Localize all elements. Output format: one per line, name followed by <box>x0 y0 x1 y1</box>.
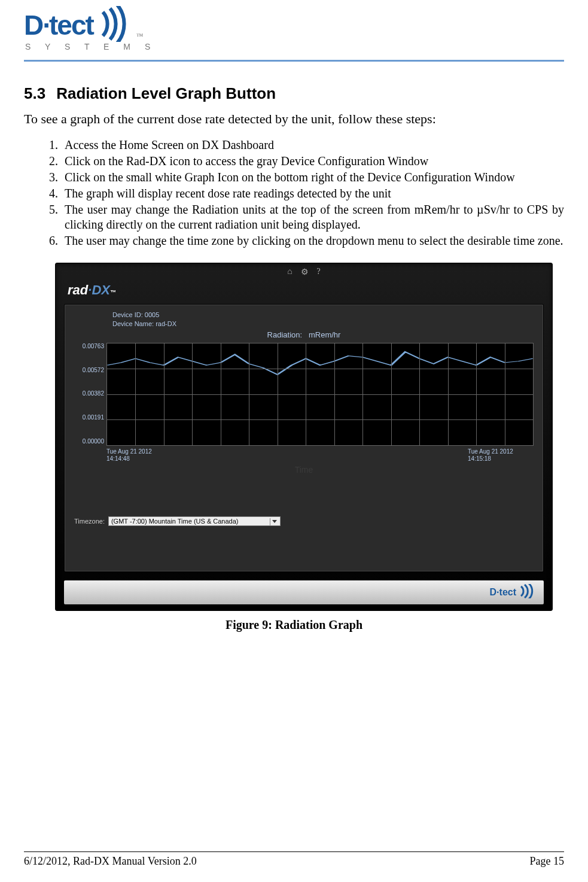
list-item: The user may change the time zone by cli… <box>61 233 564 248</box>
brand-text: D·tect <box>490 587 516 598</box>
timezone-dropdown[interactable]: (GMT -7:00) Mountain Time (US & Canada) <box>108 516 281 526</box>
y-axis: 0.00763 0.00572 0.00382 0.00191 0.00000 <box>74 343 106 445</box>
x-tick-start: Tue Aug 21 2012 14:14:48 <box>106 448 172 463</box>
sound-wave-icon <box>519 584 535 601</box>
sound-wave-icon <box>97 6 133 44</box>
timezone-selected-value: (GMT -7:00) Mountain Time (US & Canada) <box>111 518 239 525</box>
chart-plot <box>106 343 534 446</box>
trademark-symbol: ™ <box>136 32 144 41</box>
device-info: Device ID: 0005 Device Name: rad-DX <box>112 311 534 329</box>
device-name-value: rad-DX <box>156 320 176 327</box>
header-divider <box>24 60 564 62</box>
timezone-label: Timezone: <box>74 518 105 525</box>
radiation-unit-toggle[interactable]: mRem/hr <box>309 330 340 339</box>
footer-divider <box>24 851 564 852</box>
timezone-row: Timezone: (GMT -7:00) Mountain Time (US … <box>74 516 534 526</box>
x-start-date: Tue Aug 21 2012 <box>106 448 172 455</box>
footer-right: Page 15 <box>530 855 565 868</box>
help-icon[interactable]: ? <box>317 267 321 276</box>
chart-title-label: Radiation: <box>267 330 303 339</box>
app-body: Device ID: 0005 Device Name: rad-DX Radi… <box>64 304 544 572</box>
y-tick: 0.00382 <box>83 390 104 397</box>
device-name-label: Device Name: <box>112 320 154 327</box>
x-tick-end: Tue Aug 21 2012 14:15:18 <box>468 448 534 463</box>
company-logo: D·tect ™ <box>24 6 564 44</box>
chart-area: 0.00763 0.00572 0.00382 0.00191 0.00000 <box>74 343 534 446</box>
steps-list: Access the Home Screen on DX Dashboard C… <box>24 138 564 248</box>
intro-paragraph: To see a graph of the current dose rate … <box>24 111 564 127</box>
page-header: D·tect ™ S Y S T E M S <box>24 0 564 62</box>
device-id-value: 0005 <box>145 311 159 318</box>
chevron-down-icon <box>270 518 279 525</box>
figure-caption: Figure 9: Radiation Graph <box>24 618 564 632</box>
list-item: The graph will display recent dose rate … <box>61 186 564 201</box>
x-axis: Tue Aug 21 2012 14:14:48 Tue Aug 21 2012… <box>106 448 534 463</box>
app-window: ⌂ ⚙ ? rad·DX™ Device ID: 0005 Device Nam… <box>55 263 553 611</box>
list-item: The user may change the Radiation units … <box>61 202 564 232</box>
app-logo-dx: DX <box>92 282 110 297</box>
list-item: Click on the small white Graph Icon on t… <box>61 170 564 185</box>
y-tick: 0.00191 <box>83 414 104 421</box>
list-item: Click on the Rad-DX icon to access the g… <box>61 154 564 169</box>
section-number: 5.3 <box>24 84 45 103</box>
x-start-time: 14:14:48 <box>106 455 172 463</box>
y-tick: 0.00763 <box>83 343 104 349</box>
x-end-time: 14:15:18 <box>468 455 534 463</box>
section-title: Radiation Level Graph Button <box>56 84 276 103</box>
x-end-date: Tue Aug 21 2012 <box>468 448 534 455</box>
logo-subtitle: S Y S T E M S <box>25 42 564 51</box>
app-logo-rad: rad <box>68 282 88 297</box>
chart-title: Radiation: mRem/hr <box>74 330 534 339</box>
gear-icon[interactable]: ⚙ <box>301 267 309 277</box>
brand-bar: D·tect <box>64 580 544 604</box>
app-logo-tm: ™ <box>110 289 116 296</box>
x-axis-label: Time <box>74 465 534 475</box>
list-item: Access the Home Screen on DX Dashboard <box>61 138 564 153</box>
section-heading: 5.3 Radiation Level Graph Button <box>24 84 564 103</box>
device-id-label: Device ID: <box>112 311 143 318</box>
footer-left: 6/12/2012, Rad-DX Manual Version 2.0 <box>24 855 197 868</box>
app-topbar: ⌂ ⚙ ? <box>56 263 552 280</box>
home-icon[interactable]: ⌂ <box>287 267 292 276</box>
page-footer: 6/12/2012, Rad-DX Manual Version 2.0 Pag… <box>24 855 564 868</box>
app-logo: rad·DX™ <box>56 280 552 304</box>
y-tick: 0.00572 <box>83 367 104 373</box>
logo-text: D·tect <box>24 9 93 41</box>
y-tick: 0.00000 <box>83 438 104 445</box>
